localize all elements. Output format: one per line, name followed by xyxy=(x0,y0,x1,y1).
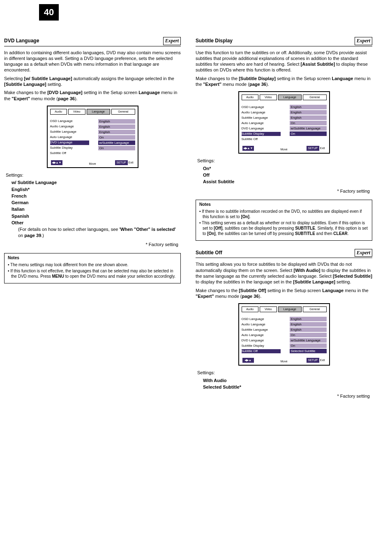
scr-tab-video: Video xyxy=(260,306,277,312)
subtitle-off-title: Subtitle Off xyxy=(196,250,222,256)
subtitle-off-line2: Make changes to the [Subtitle Off] setti… xyxy=(196,288,372,299)
settings-label: Settings: xyxy=(197,158,372,164)
setting-option: With Audio xyxy=(203,378,372,383)
subtitle-display-intro: Use this function to turn the subtitles … xyxy=(196,50,372,73)
dvd-language-menu-screenshot: Audio Video Language General OSD Languag… xyxy=(47,106,138,168)
note-item: The menu settings may look different fro… xyxy=(8,262,177,267)
setting-option: Other xyxy=(12,220,181,226)
dvd-language-line2: Make changes to the [DVD Language] setti… xyxy=(4,90,181,101)
setting-option: Italian xyxy=(12,206,181,212)
factory-setting: * Factory setting xyxy=(196,393,370,399)
dvd-language-title: DVD Language xyxy=(4,38,39,44)
left-column: DVD Language Expert In addition to conta… xyxy=(4,37,181,399)
other-detail: (For details on how to select other lang… xyxy=(18,226,181,238)
expert-badge: Expert xyxy=(355,249,372,257)
factory-setting: * Factory setting xyxy=(4,242,178,247)
expert-badge: Expert xyxy=(163,37,181,45)
subtitle-display-title: Subtitle Display xyxy=(196,38,233,44)
scr-hint-move: Move xyxy=(280,359,287,363)
setting-option: Spanish xyxy=(12,213,181,219)
settings-label: Settings: xyxy=(6,172,181,178)
subtitle-display-line2: Make changes to the [Subtitle Display] s… xyxy=(196,76,372,88)
dvd-language-line1: Selecting [w/ Subtitle Language] automat… xyxy=(4,76,181,88)
setting-option: French xyxy=(12,193,181,199)
scr-hint-move: Move xyxy=(89,162,96,166)
setting-option: Assist Subtitle xyxy=(203,179,372,184)
scr-tab-audio: Audio xyxy=(242,94,259,100)
nav-arrows-icon: ◀▶▲▼ xyxy=(242,146,254,151)
note-item: This setting serves as a default as whet… xyxy=(199,220,369,236)
factory-setting: * Factory setting xyxy=(196,188,370,194)
subtitle-display-menu-screenshot: Audio Video Language General OSD Languag… xyxy=(238,91,330,154)
notes-title: Notes xyxy=(199,202,369,207)
scr-hint-move: Move xyxy=(280,147,287,151)
scr-tab-general: General xyxy=(303,94,326,100)
settings-label: Settings: xyxy=(197,370,372,375)
scr-tab-video: Video xyxy=(68,109,85,115)
scr-tab-general: General xyxy=(111,109,135,115)
scr-tab-audio: Audio xyxy=(50,109,67,115)
dvd-language-notes: Notes The menu settings may look differe… xyxy=(4,253,181,283)
scr-tab-language: Language xyxy=(87,109,110,115)
subtitle-off-intro: This setting allows you to force subtitl… xyxy=(196,261,372,285)
subtitle-off-settings: With Audio Selected Subtitle* xyxy=(203,378,372,390)
expert-badge: Expert xyxy=(355,37,372,45)
subtitle-display-notes: Notes If there is no subtitle informatio… xyxy=(196,200,372,241)
subtitle-display-settings: On* Off Assist Subtitle xyxy=(203,166,372,185)
note-item: If this function is not effective, the l… xyxy=(8,268,177,279)
notes-title: Notes xyxy=(8,255,177,260)
scr-hint-setup: SETUP Exit xyxy=(307,358,325,363)
scr-tab-audio: Audio xyxy=(242,306,259,312)
nav-arrows-icon: ◀▶▲▼ xyxy=(51,160,62,165)
nav-arrows-icon: ◀▶▲ xyxy=(242,358,254,363)
dvd-language-header: DVD Language Expert xyxy=(4,37,181,46)
setting-option: Off xyxy=(203,172,372,178)
scr-tab-video: Video xyxy=(260,94,277,100)
setting-option: Selected Subtitle* xyxy=(203,384,372,390)
scr-hint-setup: SETUP Exit xyxy=(115,160,134,165)
setting-option: On* xyxy=(203,166,372,171)
scr-tab-language: Language xyxy=(278,94,302,100)
scr-tab-language: Language xyxy=(278,306,302,312)
scr-hint-setup: SETUP Exit xyxy=(307,146,325,151)
setting-option: w/ Subtitle Language xyxy=(12,180,181,185)
setting-option: English* xyxy=(12,187,181,192)
scr-tab-general: General xyxy=(303,306,326,312)
dvd-language-settings: w/ Subtitle Language English* French Ger… xyxy=(12,180,181,238)
setting-option: German xyxy=(12,200,181,205)
subtitle-off-menu-screenshot: Audio Video Language General OSD Languag… xyxy=(238,303,330,366)
page-number: 40 xyxy=(39,4,59,21)
subtitle-off-header: Subtitle Off Expert xyxy=(196,249,372,258)
right-column: Subtitle Display Expert Use this functio… xyxy=(196,37,372,399)
subtitle-display-header: Subtitle Display Expert xyxy=(196,37,372,46)
note-item: If there is no subtitle information reco… xyxy=(199,209,369,219)
dvd-language-intro: In addition to containing different audi… xyxy=(4,50,181,73)
